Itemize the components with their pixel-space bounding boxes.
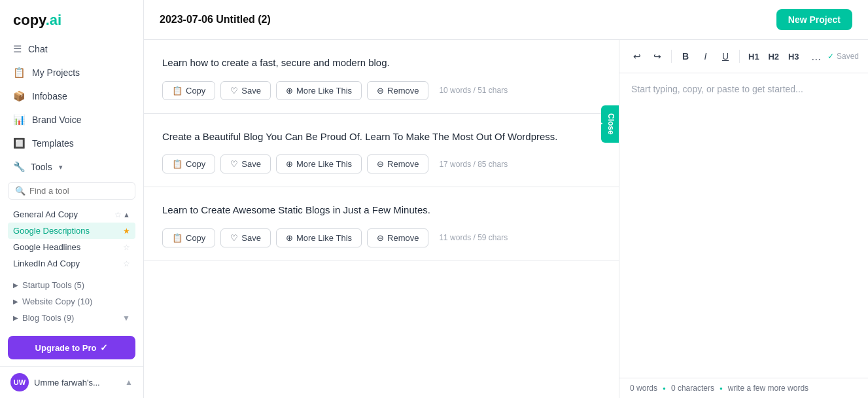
sidebar-item-brand-voice[interactable]: 📊 Brand Voice bbox=[5, 109, 138, 131]
tool-search[interactable]: 🔍 bbox=[8, 182, 135, 200]
redo-button[interactable]: ↪ bbox=[648, 46, 665, 66]
sidebar-item-chat-label: Chat bbox=[28, 44, 48, 54]
sidebar: copy.ai ☰ Chat 📋 My Projects 📦 Infobase … bbox=[0, 0, 144, 398]
remove-label: Remove bbox=[387, 159, 419, 169]
sidebar-item-infobase[interactable]: 📦 Infobase bbox=[5, 85, 138, 107]
tool-label: General Ad Copy bbox=[13, 209, 78, 219]
more-like-this-button-2[interactable]: ⊕ More Like This bbox=[276, 154, 362, 173]
new-project-button[interactable]: New Project bbox=[776, 9, 852, 30]
group-startup-tools[interactable]: ▶ Startup Tools (5) bbox=[8, 277, 135, 293]
toolbar-separator-2 bbox=[739, 50, 740, 63]
page-title: 2023-07-06 Untitled (2) bbox=[160, 14, 271, 26]
tool-item-google-descriptions[interactable]: Google Descriptions ★ bbox=[8, 223, 135, 239]
save-label: Save bbox=[241, 159, 261, 169]
sidebar-item-brand-voice-label: Brand Voice bbox=[32, 115, 82, 125]
save-button-3[interactable]: ♡ Save bbox=[220, 228, 271, 247]
h2-button[interactable]: H2 bbox=[765, 46, 782, 66]
result-card-3: Learn to Create Awesome Static Blogs in … bbox=[144, 187, 619, 261]
save-button-1[interactable]: ♡ Save bbox=[220, 81, 271, 100]
copy-button-3[interactable]: 📋 Copy bbox=[162, 228, 215, 247]
star-icon[interactable]: ☆ bbox=[123, 243, 130, 252]
group-label: Blog Tools (9) bbox=[22, 313, 74, 323]
topbar: 2023-07-06 Untitled (2) New Project bbox=[144, 0, 868, 40]
up-arrow-icon[interactable]: ▲ bbox=[123, 211, 130, 219]
remove-button-2[interactable]: ⊖ Remove bbox=[367, 154, 428, 173]
star-group: ★ bbox=[123, 226, 130, 236]
heart-icon: ♡ bbox=[230, 86, 238, 96]
star-icon[interactable]: ☆ bbox=[114, 210, 122, 219]
sidebar-item-chat[interactable]: ☰ Chat bbox=[5, 38, 138, 60]
saved-indicator: ✓ Saved bbox=[827, 52, 859, 61]
upgrade-label: Upgrade to Pro bbox=[35, 343, 97, 353]
minus-circle-icon: ⊖ bbox=[377, 159, 384, 169]
close-label: Close bbox=[606, 113, 616, 135]
sidebar-item-templates[interactable]: 🔲 Templates bbox=[5, 132, 138, 154]
h3-button[interactable]: H3 bbox=[785, 46, 802, 66]
copy-button-2[interactable]: 📋 Copy bbox=[162, 154, 215, 173]
avatar: UW bbox=[10, 373, 29, 391]
tool-item-general-ad-copy[interactable]: General Ad Copy ☆ ▲ bbox=[8, 206, 135, 223]
bold-button[interactable]: B bbox=[677, 46, 694, 66]
tool-label: Google Descriptions bbox=[13, 226, 90, 236]
italic-button[interactable]: I bbox=[697, 46, 714, 66]
star-group: ☆ ▲ bbox=[114, 210, 130, 219]
heart-icon: ♡ bbox=[230, 233, 238, 243]
copy-icon: 📋 bbox=[172, 159, 182, 169]
undo-button[interactable]: ↩ bbox=[629, 46, 646, 66]
more-like-this-button-3[interactable]: ⊕ More Like This bbox=[276, 228, 362, 247]
sidebar-item-my-projects[interactable]: 📋 My Projects bbox=[5, 62, 138, 84]
char-count-footer: 0 characters bbox=[671, 384, 714, 393]
tools-label: Tools bbox=[31, 162, 52, 172]
sidebar-user-area: UW Umme farwah's... ▲ bbox=[0, 366, 143, 398]
remove-label: Remove bbox=[387, 233, 419, 243]
star-icon[interactable]: ☆ bbox=[123, 259, 130, 268]
copy-button-1[interactable]: 📋 Copy bbox=[162, 81, 215, 100]
tool-label: Google Headlines bbox=[13, 242, 80, 252]
infobase-icon: 📦 bbox=[13, 90, 26, 102]
close-panel-button[interactable]: Close ✏ bbox=[601, 105, 619, 143]
content-split: Close ✏ Learn how to create a fast, secu… bbox=[144, 40, 868, 398]
save-button-2[interactable]: ♡ Save bbox=[220, 154, 271, 173]
app-logo[interactable]: copy.ai bbox=[0, 0, 143, 38]
star-group: ☆ bbox=[123, 243, 130, 252]
search-input[interactable] bbox=[29, 186, 128, 196]
underline-button[interactable]: U bbox=[717, 46, 734, 66]
remove-button-1[interactable]: ⊖ Remove bbox=[367, 81, 428, 100]
minus-circle-icon: ⊖ bbox=[377, 233, 384, 243]
upgrade-button[interactable]: Upgrade to Pro ✓ bbox=[8, 336, 135, 359]
plus-circle-icon: ⊕ bbox=[286, 86, 293, 96]
editor-body[interactable]: Start typing, copy, or paste to get star… bbox=[619, 73, 868, 378]
star-icon[interactable]: ★ bbox=[123, 226, 130, 236]
remove-button-3[interactable]: ⊖ Remove bbox=[367, 228, 428, 247]
saved-label: Saved bbox=[837, 52, 859, 61]
brand-voice-icon: 📊 bbox=[13, 114, 26, 126]
verified-icon: ✓ bbox=[100, 342, 108, 353]
editor-placeholder: Start typing, copy, or paste to get star… bbox=[631, 84, 803, 94]
tool-item-google-headlines[interactable]: Google Headlines ☆ bbox=[8, 239, 135, 255]
save-label: Save bbox=[241, 233, 261, 243]
check-icon: ✓ bbox=[827, 52, 834, 61]
plus-circle-icon: ⊕ bbox=[286, 233, 293, 243]
results-panel: Close ✏ Learn how to create a fast, secu… bbox=[144, 40, 619, 398]
tools-header[interactable]: 🔧 Tools ▾ bbox=[0, 156, 143, 178]
search-icon: 🔍 bbox=[15, 186, 26, 196]
copy-icon: 📋 bbox=[172, 233, 182, 243]
more-like-this-button-1[interactable]: ⊕ More Like This bbox=[276, 81, 362, 100]
user-info[interactable]: UW Umme farwah's... bbox=[10, 373, 100, 391]
word-count-1: 10 words / 51 chars bbox=[439, 86, 508, 95]
tool-item-linkedin-ad-copy[interactable]: LinkedIn Ad Copy ☆ bbox=[8, 255, 135, 272]
tool-list: General Ad Copy ☆ ▲ Google Descriptions … bbox=[0, 204, 143, 329]
group-blog-tools[interactable]: ▶ Blog Tools (9) ▼ bbox=[8, 310, 135, 326]
scroll-down-icon: ▼ bbox=[122, 314, 130, 323]
group-label: Startup Tools (5) bbox=[22, 280, 84, 290]
editor-panel: ↩ ↪ B I U H1 H2 bbox=[619, 40, 868, 398]
tools-icon: 🔧 bbox=[13, 161, 26, 173]
h1-button[interactable]: H1 bbox=[745, 46, 762, 66]
user-chevron-icon[interactable]: ▲ bbox=[125, 378, 133, 387]
more-formatting-button[interactable]: ... bbox=[808, 46, 825, 66]
result-text-1: Learn how to create a fast, secure and m… bbox=[162, 56, 600, 71]
heart-icon: ♡ bbox=[230, 159, 238, 169]
group-website-copy[interactable]: ▶ Website Copy (10) bbox=[8, 293, 135, 310]
editor-footer: 0 words ● 0 characters ● write a few mor… bbox=[619, 378, 868, 398]
copy-icon: 📋 bbox=[172, 86, 182, 96]
